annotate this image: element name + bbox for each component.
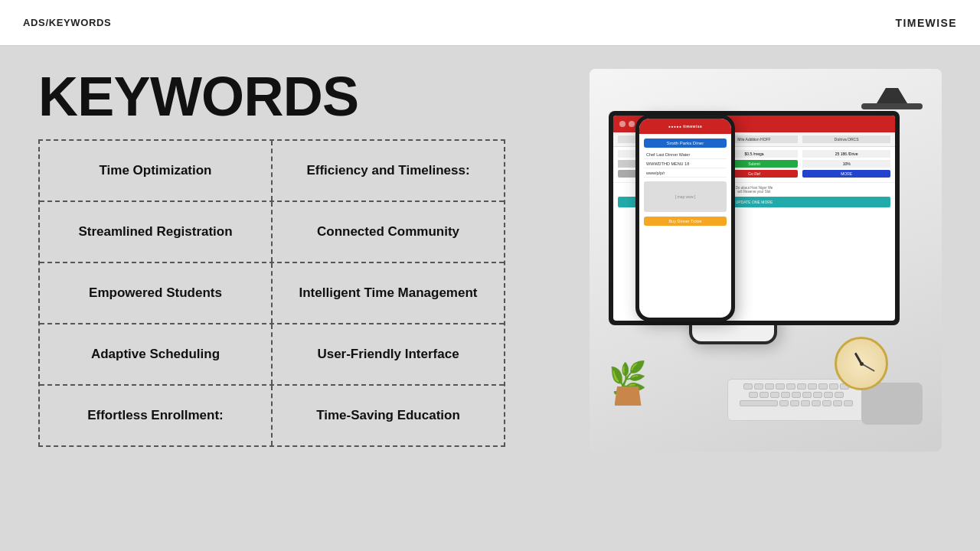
grid-cell-user-friendly: User-Friendly Interface [273, 324, 504, 384]
plant-pot-icon [615, 386, 642, 406]
phone-front-body: Smith Parks Diner Chef Last Dinner Water… [639, 134, 731, 230]
plant-decoration: 🌿 [609, 362, 647, 406]
phone-front: ●●●●● timewise Smith Parks Diner Chef La… [635, 115, 735, 321]
key [824, 392, 833, 398]
key [776, 383, 785, 390]
keyboard [727, 379, 865, 421]
key [760, 392, 769, 398]
grid-cell-connected-community: Connected Community [273, 202, 504, 262]
page-title: KEYWORDS [38, 69, 559, 124]
monitor-base [861, 103, 923, 109]
grid-cell-adaptive-scheduling: Adaptive Scheduling [40, 324, 273, 384]
grid-row: Effortless Enrollment: Time-Saving Educa… [40, 386, 504, 445]
key [743, 383, 753, 390]
clock-decoration [835, 337, 888, 390]
key [790, 400, 799, 406]
clock-face [838, 341, 884, 386]
keyboard-row-3 [732, 400, 861, 406]
key [779, 400, 789, 406]
monitor-dot-2 [629, 121, 635, 127]
key [822, 400, 831, 406]
key [770, 392, 779, 398]
grid-cell-streamlined-registration: Streamlined Registration [40, 202, 273, 262]
header-ads-keywords-label: ADS/KEYWORDS [23, 17, 111, 28]
header-timewise-label: TIMEWISE [896, 17, 957, 29]
grid-cell-efficiency: Efficiency and Timeliness: [273, 141, 504, 201]
key [813, 392, 822, 398]
left-section: KEYWORDS Time Optimization Efficiency an… [38, 69, 559, 447]
header: ADS/KEYWORDS TIMEWISE [0, 0, 980, 46]
key [754, 383, 763, 390]
clock-center-dot [860, 362, 864, 366]
phone-front-bar: ●●●●● timewise [639, 119, 731, 134]
monitor-stand [877, 88, 907, 103]
key [749, 392, 758, 398]
keyboard-row-1 [732, 383, 861, 390]
mousepad [861, 383, 923, 425]
grid-row: Time Optimization Efficiency and Timelin… [40, 141, 504, 202]
phone-front-search-label: Smith Parks Diner [644, 139, 727, 148]
grid-row: Empowered Students Intelligent Time Mana… [40, 263, 504, 324]
key [812, 400, 821, 406]
phone-front-btn: Buy Dinner Ticket [644, 217, 727, 226]
key [802, 392, 812, 398]
keywords-grid: Time Optimization Efficiency and Timelin… [38, 139, 505, 447]
key [792, 392, 801, 398]
main-content: KEYWORDS Time Optimization Efficiency an… [0, 46, 980, 551]
key [765, 383, 774, 390]
grid-cell-time-optimization: Time Optimization [40, 141, 273, 201]
phone-item-1: Chef Last Dinner Water [644, 151, 727, 159]
key [835, 392, 844, 398]
grid-cell-time-saving-education: Time-Saving Education [273, 386, 504, 445]
grid-row: Streamlined Registration Connected Commu… [40, 202, 504, 263]
key-wide [740, 400, 778, 406]
key [786, 383, 795, 390]
device-mockup: 🌿 Weather Wed ScheduleZesti Time Schedul… [590, 69, 942, 452]
key [781, 392, 790, 398]
grid-cell-intelligent-time-management: Intelligent Time Management [273, 263, 504, 323]
grid-row: Adaptive Scheduling User-Friendly Interf… [40, 324, 504, 386]
keyboard-row-2 [732, 392, 861, 398]
grid-cell-empowered-students: Empowered Students [40, 263, 273, 323]
key [818, 383, 828, 390]
phone-item-3: www/p/p/r [644, 169, 727, 178]
key [797, 383, 806, 390]
phone-item-2: WWWDTHD MENU 18 [644, 160, 727, 168]
key [844, 400, 853, 406]
key [833, 400, 842, 406]
phone-front-screen: ●●●●● timewise Smith Parks Diner Chef La… [639, 119, 731, 318]
monitor-container: TimeWise — Dashboard Milest­one Status M… [861, 88, 923, 109]
grid-cell-effortless-enrollment: Effortless Enrollment: [40, 386, 273, 445]
key [829, 383, 838, 390]
monitor-dot-1 [619, 121, 626, 127]
key [801, 400, 810, 406]
device-mockup-section: 🌿 Weather Wed ScheduleZesti Time Schedul… [590, 69, 942, 452]
key [808, 383, 817, 390]
